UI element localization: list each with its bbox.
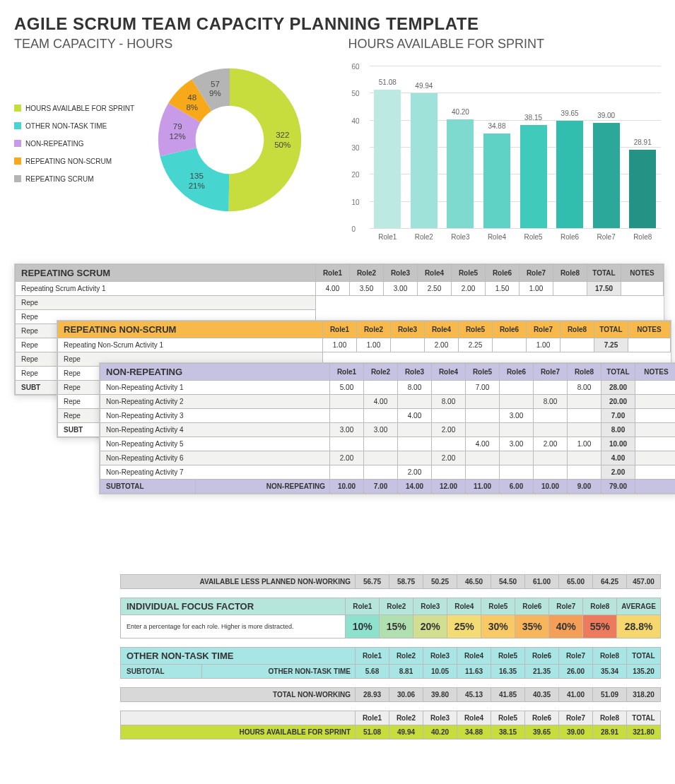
cell[interactable]: 5.00 (330, 381, 364, 395)
cell[interactable] (330, 395, 364, 409)
cell[interactable]: 1.00 (357, 338, 391, 352)
subtotal-section: NON-REPEATING (196, 480, 330, 494)
notes-cell[interactable] (635, 465, 676, 480)
summary-cell: 50.25 (423, 575, 457, 589)
cell[interactable] (553, 282, 587, 296)
cell[interactable] (432, 409, 466, 423)
summary-cell: 45.13 (457, 688, 491, 702)
cell[interactable] (398, 423, 432, 437)
cell[interactable]: 1.00 (520, 282, 553, 296)
cell[interactable] (364, 451, 398, 465)
notes-cell[interactable] (635, 451, 676, 465)
cell[interactable] (364, 437, 398, 451)
cell[interactable] (500, 465, 534, 480)
focus-cell[interactable]: 10% (346, 615, 380, 639)
cell[interactable]: 3.00 (500, 437, 534, 451)
cell[interactable] (330, 409, 364, 423)
cell[interactable] (364, 409, 398, 423)
cell[interactable] (391, 338, 425, 352)
cell[interactable] (534, 423, 568, 437)
y-tick: 20 (352, 171, 360, 179)
cell[interactable] (568, 451, 601, 465)
cell[interactable]: 3.00 (500, 409, 534, 423)
cell[interactable] (500, 395, 534, 409)
cell[interactable]: 8.00 (432, 395, 466, 409)
cell[interactable] (493, 338, 527, 352)
cell[interactable]: 4.00 (466, 437, 500, 451)
cell[interactable]: 2.50 (418, 282, 452, 296)
cell[interactable]: 2.00 (398, 465, 432, 480)
notes-cell[interactable] (635, 395, 676, 409)
cell[interactable]: 2.00 (534, 437, 568, 451)
cell[interactable] (432, 437, 466, 451)
focus-cell[interactable]: 15% (380, 615, 413, 639)
cell[interactable] (432, 381, 466, 395)
notes-cell[interactable] (635, 423, 676, 437)
cell[interactable] (466, 423, 500, 437)
notes-cell[interactable] (635, 437, 676, 451)
cell[interactable] (534, 381, 568, 395)
focus-cell[interactable]: 30% (481, 615, 515, 639)
cell[interactable] (330, 437, 364, 451)
cell[interactable]: 4.00 (316, 282, 350, 296)
summary-cell: 61.00 (525, 575, 559, 589)
other-total: 135.20 (627, 665, 661, 679)
focus-cell[interactable]: 40% (549, 615, 583, 639)
cell[interactable]: 1.00 (323, 338, 357, 352)
cell[interactable] (330, 465, 364, 480)
notes-cell[interactable] (628, 338, 671, 352)
cell[interactable]: 1.00 (527, 338, 560, 352)
cell[interactable] (364, 381, 398, 395)
cell[interactable] (534, 451, 568, 465)
cell[interactable] (466, 409, 500, 423)
cell[interactable] (534, 409, 568, 423)
cell[interactable] (568, 423, 601, 437)
cell[interactable] (500, 451, 534, 465)
cell[interactable] (466, 465, 500, 480)
focus-cell[interactable]: 20% (413, 615, 447, 639)
cell[interactable]: 7.00 (466, 381, 500, 395)
cell[interactable]: 3.50 (350, 282, 384, 296)
focus-cell[interactable]: 25% (447, 615, 481, 639)
focus-cell[interactable]: 35% (515, 615, 549, 639)
cell[interactable]: 1.50 (486, 282, 520, 296)
cell[interactable] (534, 465, 568, 480)
cell[interactable]: 2.00 (432, 423, 466, 437)
cell[interactable]: 3.00 (364, 423, 398, 437)
cell[interactable]: 3.00 (330, 423, 364, 437)
subtotal-cell: 12.00 (432, 480, 466, 494)
cell[interactable]: 2.00 (432, 451, 466, 465)
cell[interactable] (568, 409, 601, 423)
cell[interactable] (466, 451, 500, 465)
cell[interactable]: 2.00 (452, 282, 486, 296)
cell[interactable]: 4.00 (364, 395, 398, 409)
cell[interactable]: 1.00 (568, 437, 601, 451)
cell[interactable]: 8.00 (398, 381, 432, 395)
summary-cell: 46.50 (457, 575, 491, 589)
cell[interactable]: 2.25 (459, 338, 493, 352)
cell[interactable]: 2.00 (425, 338, 459, 352)
cell[interactable] (466, 395, 500, 409)
cell[interactable] (398, 395, 432, 409)
notes-cell[interactable] (635, 381, 676, 395)
cell[interactable] (398, 451, 432, 465)
cell[interactable] (398, 437, 432, 451)
cell[interactable]: 4.00 (398, 409, 432, 423)
cell[interactable] (568, 465, 601, 480)
notes-cell[interactable] (635, 409, 676, 423)
cell[interactable]: 2.00 (330, 451, 364, 465)
focus-cell[interactable]: 55% (583, 615, 617, 639)
cell[interactable]: 8.00 (568, 381, 601, 395)
cell[interactable] (560, 338, 594, 352)
other-cell: 11.63 (457, 665, 491, 679)
cell[interactable]: 3.00 (384, 282, 418, 296)
cell[interactable] (364, 465, 398, 480)
cell[interactable]: 8.00 (534, 395, 568, 409)
legend-item: HOURS AVAILABLE FOR SPRINT (14, 105, 134, 112)
notes-cell[interactable] (621, 282, 664, 296)
cell[interactable] (500, 423, 534, 437)
cell[interactable] (432, 465, 466, 480)
y-tick: 50 (352, 90, 360, 97)
cell[interactable] (500, 381, 534, 395)
cell[interactable] (568, 395, 601, 409)
